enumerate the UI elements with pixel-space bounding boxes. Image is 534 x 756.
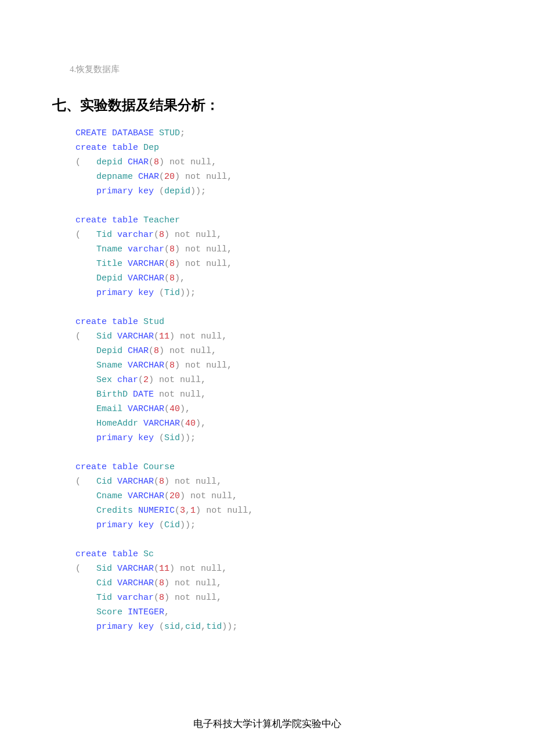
num: 8 xyxy=(169,259,175,269)
id-cid: cid xyxy=(185,622,201,632)
col-sex: Sex xyxy=(75,375,112,385)
num: 40 xyxy=(169,404,180,414)
paren: ) xyxy=(175,259,180,269)
kw-null: null xyxy=(185,346,211,356)
kw-null: null xyxy=(190,578,217,588)
comma: , xyxy=(217,477,222,487)
comma: , xyxy=(222,332,227,341)
kw-not: not xyxy=(169,578,190,588)
paren: ) xyxy=(175,172,180,182)
section-heading: 七、实验数据及结果分析： xyxy=(52,96,482,114)
kw-null: null xyxy=(190,477,217,487)
col-depid: Depid xyxy=(75,273,122,283)
paren: ( xyxy=(149,157,154,167)
col-cid: Cid xyxy=(75,578,112,588)
id-sid: Sid xyxy=(164,433,180,443)
semi: ; xyxy=(180,128,185,138)
indent xyxy=(75,622,96,632)
paren: ( xyxy=(75,477,96,487)
comma: , xyxy=(232,491,237,501)
type-numeric: NUMERIC xyxy=(133,506,175,516)
col-credits: Credits xyxy=(75,506,133,516)
type-varchar: VARCHAR xyxy=(112,578,154,588)
kw-key: key xyxy=(133,186,154,196)
paren: ( xyxy=(154,477,159,487)
code-block: CREATE DATABASE STUD; create table Dep (… xyxy=(75,126,482,634)
paren: ( xyxy=(138,375,143,385)
kw-null: null xyxy=(206,491,232,501)
comma: , xyxy=(211,346,217,356)
type-integer: INTEGER xyxy=(122,607,164,617)
kw-not: not xyxy=(154,375,175,385)
comma: , xyxy=(227,244,232,254)
paren: ( xyxy=(75,230,96,240)
paren: ( xyxy=(154,578,159,588)
paren: ( xyxy=(164,273,169,283)
kw-table: table xyxy=(107,317,138,327)
id-stud: STUD xyxy=(154,128,180,138)
paren: ) xyxy=(180,491,185,501)
paren: )); xyxy=(180,288,196,298)
num: 8 xyxy=(159,593,164,603)
kw-null: null xyxy=(201,361,227,370)
paren: ( xyxy=(154,230,159,240)
paren: ( xyxy=(164,491,169,501)
num: 8 xyxy=(154,157,159,167)
type-char: CHAR xyxy=(133,172,159,182)
type-varchar: varchar xyxy=(112,230,154,240)
id-sc: Sc xyxy=(138,549,154,559)
paren: ), xyxy=(175,273,185,283)
paren: ( xyxy=(75,564,96,574)
type-varchar: varchar xyxy=(112,593,154,603)
comma: , xyxy=(227,172,232,182)
paren: )); xyxy=(222,622,237,632)
indent xyxy=(75,433,96,443)
kw-primary: primary xyxy=(96,520,133,530)
paren: ( xyxy=(154,593,159,603)
col-homeaddr: HomeAddr xyxy=(75,419,138,429)
paren: ( xyxy=(164,361,169,370)
comma: , xyxy=(211,157,217,167)
col-cname: Cname xyxy=(75,491,122,501)
type-varchar: VARCHAR xyxy=(122,361,164,370)
id-depid: depid xyxy=(164,186,190,196)
paren: ) xyxy=(169,332,175,341)
indent xyxy=(75,186,96,196)
num: 11 xyxy=(159,564,169,574)
paren: ) xyxy=(164,578,169,588)
paren: )); xyxy=(190,186,206,196)
num: 8 xyxy=(169,361,175,370)
kw-not: not xyxy=(154,390,175,399)
id-course: Course xyxy=(138,462,175,472)
num: 8 xyxy=(169,273,175,283)
kw-key: key xyxy=(133,288,154,298)
kw-null: null xyxy=(175,375,201,385)
num: 20 xyxy=(169,491,180,501)
id-teacher: Teacher xyxy=(138,215,180,225)
kw-create: create xyxy=(75,462,107,472)
kw-not: not xyxy=(169,593,190,603)
paren: ( xyxy=(75,157,96,167)
col-cid: Cid xyxy=(96,477,112,487)
kw-create: CREATE xyxy=(75,128,107,138)
kw-key: key xyxy=(133,520,154,530)
indent xyxy=(75,520,96,530)
col-sid: Sid xyxy=(96,564,112,574)
num: 1 xyxy=(190,506,196,516)
paren: ) xyxy=(159,157,164,167)
id-stud: Stud xyxy=(138,317,164,327)
indent xyxy=(75,288,96,298)
type-varchar: VARCHAR xyxy=(122,259,164,269)
col-depid: depid xyxy=(96,157,122,167)
col-score: Score xyxy=(75,607,122,617)
paren: )); xyxy=(180,433,196,443)
kw-not: not xyxy=(180,172,201,182)
col-email: Email xyxy=(75,404,122,414)
kw-null: null xyxy=(185,157,211,167)
paren: ( xyxy=(154,564,159,574)
comma: , xyxy=(217,230,222,240)
kw-null: null xyxy=(201,259,227,269)
kw-database: DATABASE xyxy=(107,128,154,138)
kw-key: key xyxy=(133,622,154,632)
type-date: DATE xyxy=(128,390,154,399)
